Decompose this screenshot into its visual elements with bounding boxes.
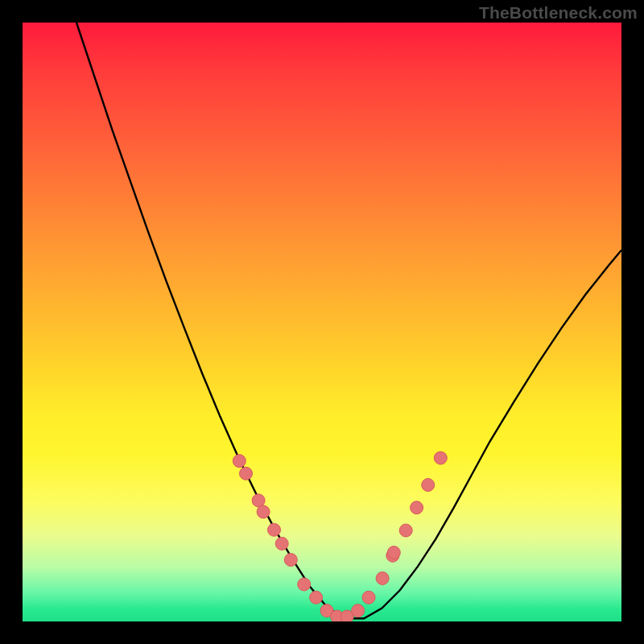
chart-frame [23,23,621,621]
marker-dot [387,546,400,559]
chart-svg [23,23,621,621]
marker-dot [422,478,435,491]
marker-dot [252,494,265,507]
marker-dot [257,506,270,518]
marker-dot [434,452,447,464]
watermark-text: TheBottleneck.com [479,3,638,23]
marker-dot [376,572,389,584]
marker-dot [352,605,365,617]
marker-dot [275,537,288,550]
marker-dot [411,502,423,514]
plot-area [23,23,621,621]
marker-dot [298,578,311,591]
marker-dot [233,455,246,468]
marker-dot [310,591,323,604]
marker-dot [399,524,412,537]
curve-path [76,23,621,618]
marker-dot [362,591,375,604]
bottleneck-curve [76,23,621,618]
marker-dot [268,523,281,536]
marker-dot [284,553,297,566]
marker-dots [233,452,447,621]
marker-dot [240,467,253,480]
